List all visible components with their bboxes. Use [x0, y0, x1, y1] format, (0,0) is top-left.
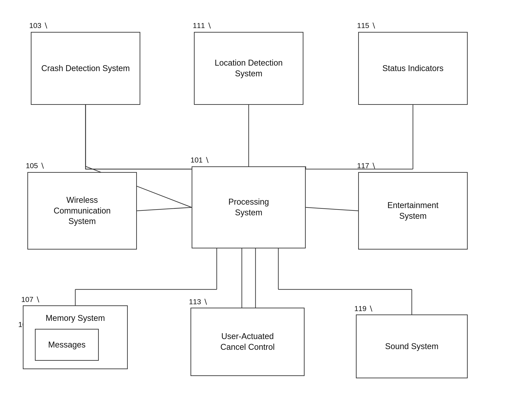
processing-system-box: ProcessingSystem	[192, 166, 306, 248]
status-indicators-box: Status Indicators	[358, 32, 468, 105]
sound-system-box: Sound System	[356, 315, 468, 378]
entertainment-system-box: EntertainmentSystem	[358, 172, 468, 250]
svg-line-8	[306, 207, 358, 211]
user-actuated-cancel-control-label: User-ActuatedCancel Control	[220, 331, 275, 353]
processing-system-label: ProcessingSystem	[228, 197, 269, 218]
memory-system-label: Memory System	[46, 313, 105, 324]
entertainment-system-label: EntertainmentSystem	[387, 200, 439, 221]
diagram: 103 ∖ 111 ∖ 115 ∖ 105 ∖ 101 ∖ 117 ∖ 107 …	[0, 0, 527, 420]
ref-113: 113 ∖	[189, 297, 208, 306]
messages-label: Messages	[48, 340, 86, 350]
ref-105: 105 ∖	[26, 161, 44, 170]
crash-detection-system-box: Crash Detection System	[31, 32, 140, 105]
ref-119: 119 ∖	[354, 304, 373, 313]
location-detection-system-box: Location DetectionSystem	[194, 32, 303, 105]
sound-system-label: Sound System	[385, 341, 439, 352]
ref-101: 101 ∖	[190, 156, 209, 164]
location-detection-system-label: Location DetectionSystem	[215, 58, 283, 79]
crash-detection-system-label: Crash Detection System	[41, 63, 130, 74]
user-actuated-cancel-control-box: User-ActuatedCancel Control	[190, 308, 305, 376]
ref-117: 117 ∖	[357, 161, 376, 170]
svg-line-7	[137, 207, 192, 211]
wireless-communication-system-label: WirelessCommunicationSystem	[54, 195, 111, 227]
messages-box: Messages	[35, 329, 99, 361]
ref-115: 115 ∖	[357, 21, 376, 30]
status-indicators-label: Status Indicators	[382, 63, 443, 74]
ref-111: 111 ∖	[193, 21, 211, 30]
wireless-communication-system-box: WirelessCommunicationSystem	[27, 172, 137, 250]
memory-system-box: Memory System Messages	[23, 305, 128, 369]
ref-103: 103 ∖	[29, 21, 48, 30]
ref-107: 107 ∖	[21, 295, 40, 304]
